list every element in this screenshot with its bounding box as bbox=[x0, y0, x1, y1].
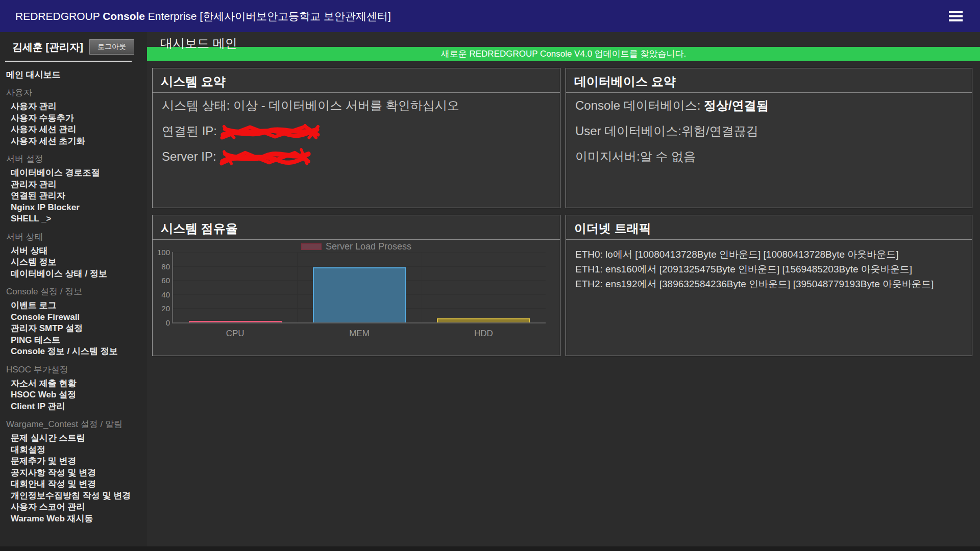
panel-ethernet-traffic: 이더넷 트래픽 ETH0: lo에서 [10080413728Byte 인바운드… bbox=[566, 215, 972, 356]
connected-ip-line: 연결된 IP: bbox=[162, 118, 552, 144]
ethernet-line: ETH0: lo에서 [10080413728Byte 인바운드] [10080… bbox=[575, 247, 964, 262]
ethernet-line: ETH1: ens160에서 [2091325475Byte 인바운드] [15… bbox=[575, 262, 964, 277]
sidebar-item[interactable]: 사용자 세션 초기화 bbox=[11, 136, 147, 147]
panel-system-usage-title: 시스템 점유율 bbox=[153, 215, 560, 240]
y-tick-label: 100 bbox=[153, 248, 170, 257]
x-axis-label: CPU bbox=[189, 329, 282, 339]
sidebar-section-label: HSOC 부가설정 bbox=[6, 364, 147, 375]
panel-database-summary: 데이터베이스 요약 Console 데이터베이스: 정상/연결됨 User 데이… bbox=[566, 68, 972, 208]
image-server-status-value: 알 수 없음 bbox=[640, 148, 696, 165]
ethernet-line: ETH2: ens192에서 [389632584236Byte 인바운드] [… bbox=[575, 277, 964, 291]
red-scribble-redaction-icon bbox=[219, 147, 311, 167]
y-tick-label: 80 bbox=[153, 262, 170, 271]
sidebar-item[interactable]: 문제 실시간 스트림 bbox=[11, 433, 147, 444]
sidebar-item[interactable]: HSOC Web 설정 bbox=[11, 389, 147, 401]
y-tick-label: 40 bbox=[153, 290, 170, 299]
sidebar-section-label: Console 설정 / 정보 bbox=[6, 286, 147, 297]
panel-system-summary: 시스템 요약 시스템 상태: 이상 - 데이터베이스 서버를 확인하십시오 연결… bbox=[152, 68, 560, 208]
sidebar-item[interactable]: 대회안내 작성 및 변경 bbox=[11, 479, 147, 490]
panel-system-usage-chart: 시스템 점유율 Server Load Prosess 020406080100… bbox=[152, 215, 560, 356]
system-status-line: 시스템 상태: 이상 - 데이터베이스 서버를 확인하십시오 bbox=[162, 93, 552, 118]
sidebar-item[interactable]: 자소서 제출 현황 bbox=[11, 378, 147, 390]
x-axis-line bbox=[172, 322, 546, 323]
sidebar-item[interactable]: Console Firewall bbox=[11, 312, 147, 323]
user-row: 김세훈 [관리자] 로그아웃 bbox=[0, 32, 147, 55]
sidebar-item[interactable]: 데이터베이스 상태 / 정보 bbox=[11, 268, 147, 280]
console-db-status-value: 정상/연결됨 bbox=[704, 97, 769, 114]
main-content: 대시보드 메인 새로운 REDREDGROUP Console V4.0 업데이… bbox=[147, 32, 980, 551]
sidebar-item[interactable]: SHELL _> bbox=[11, 213, 147, 225]
sidebar-item[interactable]: 관리자 관리 bbox=[11, 179, 147, 191]
sidebar-divider bbox=[5, 61, 132, 62]
hamburger-menu-button[interactable] bbox=[947, 7, 965, 26]
red-scribble-redaction-icon bbox=[220, 122, 320, 141]
ethernet-lines: ETH0: lo에서 [10080413728Byte 인바운드] [10080… bbox=[566, 240, 972, 291]
bar-mem bbox=[313, 267, 406, 322]
sidebar-item[interactable]: 문제추가 및 변경 bbox=[11, 456, 147, 467]
sidebar-section-label: 서버 상태 bbox=[6, 231, 147, 243]
gridline bbox=[422, 252, 422, 322]
dashboard-panels: 시스템 요약 시스템 상태: 이상 - 데이터베이스 서버를 확인하십시오 연결… bbox=[147, 61, 980, 356]
sidebar-item[interactable]: 공지사항 작성 및 변경 bbox=[11, 467, 147, 479]
sidebar-section-label: 서버 설정 bbox=[6, 153, 147, 165]
y-tick-label: 0 bbox=[153, 318, 170, 327]
sidebar-section: 사용자사용자 관리사용자 수동추가사용자 세션 관리사용자 세션 초기화 bbox=[0, 87, 147, 147]
bar-chart: Server Load Prosess 020406080100CPUMEMHD… bbox=[153, 240, 560, 355]
gridline bbox=[173, 266, 546, 267]
hamburger-icon bbox=[949, 11, 963, 21]
panel-database-summary-title: 데이터베이스 요약 bbox=[566, 68, 972, 93]
sidebar-item[interactable]: PING 테스트 bbox=[11, 335, 147, 346]
chart-legend: Server Load Prosess bbox=[301, 241, 411, 252]
panel-ethernet-traffic-title: 이더넷 트래픽 bbox=[566, 215, 972, 240]
update-banner[interactable]: 새로운 REDREDGROUP Console V4.0 업데이트를 찾았습니다… bbox=[147, 47, 980, 61]
y-tick-label: 60 bbox=[153, 276, 170, 285]
sidebar-section: Wargame_Contest 설정 / 알림문제 실시간 스트림대회설정문제추… bbox=[0, 418, 147, 524]
page-title: 대시보드 메인 bbox=[147, 32, 980, 47]
bar-cpu bbox=[189, 321, 282, 322]
image-server-status-line: 이미지서버: 알 수 없음 bbox=[575, 144, 964, 169]
horizontal-scrollbar[interactable] bbox=[0, 546, 980, 551]
sidebar-item[interactable]: 사용자 스코어 관리 bbox=[11, 502, 147, 513]
sidebar: 김세훈 [관리자] 로그아웃 메인 대시보드 사용자사용자 관리사용자 수동추가… bbox=[0, 32, 147, 551]
x-axis-label: MEM bbox=[313, 329, 406, 339]
sidebar-item[interactable]: 사용자 관리 bbox=[11, 101, 147, 113]
user-name: 김세훈 [관리자] bbox=[12, 40, 83, 54]
sidebar-section: 서버 설정데이터베이스 경로조절관리자 관리연결된 관리자Nginx IP Bl… bbox=[0, 153, 147, 225]
user-db-status-value: 위험/연결끊김 bbox=[681, 123, 758, 139]
legend-label: Server Load Prosess bbox=[326, 241, 411, 252]
sidebar-item-main-dashboard[interactable]: 메인 대시보드 bbox=[6, 69, 147, 81]
sidebar-item[interactable]: 사용자 수동추가 bbox=[11, 113, 147, 124]
user-db-status-line: User 데이터베이스: 위험/연결끊김 bbox=[575, 118, 964, 144]
sidebar-item[interactable]: 시스템 정보 bbox=[11, 257, 147, 268]
gridline bbox=[173, 252, 546, 253]
sidebar-section-label: 사용자 bbox=[6, 87, 147, 98]
sidebar-section: HSOC 부가설정자소서 제출 현황HSOC Web 설정Client IP 관… bbox=[0, 364, 147, 413]
sidebar-section: 서버 상태서버 상태시스템 정보데이터베이스 상태 / 정보 bbox=[0, 231, 147, 280]
y-axis-line bbox=[172, 252, 173, 323]
bar-hdd bbox=[437, 318, 530, 322]
y-tick-label: 20 bbox=[153, 304, 170, 313]
sidebar-section: Console 설정 / 정보이벤트 로그Console Firewall관리자… bbox=[0, 286, 147, 358]
sidebar-item[interactable]: 연결된 관리자 bbox=[11, 190, 147, 202]
sidebar-item[interactable]: Console 정보 / 시스템 정보 bbox=[11, 346, 147, 358]
sidebar-item[interactable]: 사용자 세션 관리 bbox=[11, 124, 147, 136]
sidebar-item[interactable]: 서버 상태 bbox=[11, 245, 147, 257]
sidebar-section-label: Wargame_Contest 설정 / 알림 bbox=[6, 418, 147, 430]
logout-button[interactable]: 로그아웃 bbox=[89, 39, 134, 55]
sidebar-item[interactable]: 데이터베이스 경로조절 bbox=[11, 167, 147, 179]
sidebar-item[interactable]: 이벤트 로그 bbox=[11, 300, 147, 312]
sidebar-item[interactable]: 대회설정 bbox=[11, 444, 147, 456]
server-ip-line: Server IP: bbox=[162, 144, 552, 169]
gridline bbox=[297, 252, 298, 322]
sidebar-item[interactable]: 관리자 SMTP 설정 bbox=[11, 323, 147, 335]
app-header: REDREDGROUP Console Enterprise [한세사이버보안고… bbox=[0, 0, 980, 32]
sidebar-nav: 사용자사용자 관리사용자 수동추가사용자 세션 관리사용자 세션 초기화서버 설… bbox=[0, 87, 147, 524]
x-axis-label: HDD bbox=[437, 329, 530, 339]
sidebar-item[interactable]: Client IP 관리 bbox=[11, 401, 147, 413]
sidebar-item[interactable]: 개인정보수집방침 작성 및 변경 bbox=[11, 490, 147, 502]
app-title: REDREDGROUP Console Enterprise [한세사이버보안고… bbox=[15, 9, 391, 23]
sidebar-item[interactable]: Warame Web 재시동 bbox=[11, 513, 147, 525]
sidebar-item[interactable]: Nginx IP Blocker bbox=[11, 202, 147, 214]
console-db-status-line: Console 데이터베이스: 정상/연결됨 bbox=[575, 93, 964, 118]
legend-swatch-icon bbox=[301, 243, 322, 250]
